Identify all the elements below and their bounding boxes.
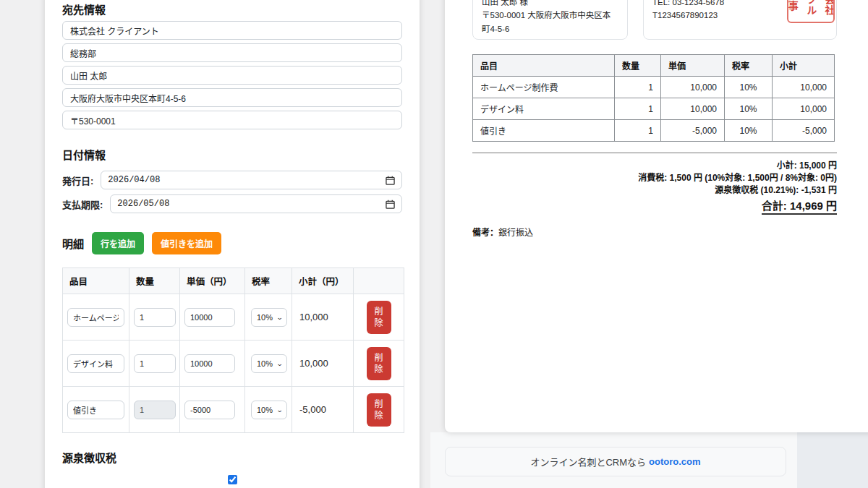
chevron-down-icon: ⌄ [276, 360, 284, 367]
tax-rate-select[interactable]: 10%⌄ [251, 354, 287, 373]
due-date-label: 支払期限: [62, 197, 103, 211]
totals-tax: 消費税: 1,500 円 (10%対象: 1,500円 / 8%対象: 0円) [472, 172, 837, 184]
totals-subtotal: 小計: 15,000 円 [472, 160, 837, 172]
recipient-postal-input[interactable] [62, 111, 402, 129]
item-name-input[interactable] [67, 354, 124, 373]
withholding-checkbox-row [62, 474, 402, 487]
col-price: 単価（円） [180, 268, 245, 294]
withholding-checkbox[interactable] [228, 475, 237, 484]
preview-issuer-box: TEL: 03-1234-5678 T1234567890123 株式会社 サン… [643, 0, 837, 40]
due-date-row: 支払期限: 2026/05/08 [62, 194, 402, 213]
preview-table-header: 品目 数量 単価 税率 小計 [473, 55, 835, 77]
preview-recipient-name: 山田 太郎 様 [482, 0, 618, 9]
item-row: 10%⌄ 10,000 削除 [63, 341, 404, 387]
totals-grand-total: 合計: 14,969 円 [762, 200, 837, 215]
items-section-title: 明細 [62, 236, 84, 251]
issue-date-row: 発行日: 2026/04/08 [62, 171, 402, 189]
totals-withholding: 源泉徴収税 (10.21%): -1,531 円 [472, 184, 837, 197]
tax-rate-select[interactable]: 10%⌄ [251, 401, 287, 419]
issue-date-label: 発行日: [62, 174, 93, 187]
discount-row: 10%⌄ -5,000 削除 [63, 387, 404, 433]
recipient-address-input[interactable] [62, 88, 402, 107]
row-subtotal: -5,000 [292, 387, 354, 433]
calendar-icon[interactable] [386, 200, 395, 209]
remarks-value: 銀行振込 [498, 228, 533, 238]
item-price-input[interactable] [184, 354, 235, 373]
add-discount-button[interactable]: 値引きを追加 [152, 232, 221, 254]
remarks-label: 備考： [472, 228, 498, 238]
tax-rate-select[interactable]: 10%⌄ [251, 308, 287, 327]
col-tax: 税率 [245, 268, 292, 294]
company-stamp: 株式会社 サンプル 商事 [787, 0, 835, 23]
issue-date-input[interactable]: 2026/04/08 [101, 171, 402, 189]
prev-col-tax: 税率 [725, 55, 773, 77]
preview-items-table: 品目 数量 単価 税率 小計 ホームページ制作費 1 10,000 10% 10… [472, 54, 835, 142]
prev-col-qty: 数量 [615, 55, 661, 77]
item-price-input[interactable] [184, 308, 235, 327]
page-background-corner [797, 432, 868, 488]
item-price-input[interactable] [184, 401, 235, 419]
add-row-button[interactable]: 行を追加 [92, 232, 144, 254]
preview-recipient-box: 山田 太郎 様 〒530-0001 大阪府大阪市中央区本町4-5-6 [472, 0, 628, 40]
invoice-form-panel: 宛先情報 日付情報 発行日: 2026/04/08 支払期限: 2026/05/… [45, 0, 420, 488]
chevron-down-icon: ⌄ [276, 406, 284, 414]
due-date-value: 2026/05/08 [117, 199, 169, 209]
promo-text: オンライン名刺とCRMなら [530, 455, 646, 468]
preview-item-row: デザイン料 1 10,000 10% 10,000 [473, 98, 835, 120]
preview-info-row: 山田 太郎 様 〒530-0001 大阪府大阪市中央区本町4-5-6 TEL: … [472, 0, 837, 40]
items-header-row: 明細 行を追加 値引きを追加 [62, 232, 402, 254]
due-date-input[interactable]: 2026/05/08 [110, 194, 402, 213]
items-table-header: 品目 数量 単価（円） 税率 小計（円） [63, 268, 404, 294]
row-subtotal: 10,000 [292, 341, 354, 387]
totals-block: 小計: 15,000 円 消費税: 1,500 円 (10%対象: 1,500円… [472, 160, 837, 215]
item-qty-input[interactable] [134, 354, 176, 373]
promo-link[interactable]: ootoro.com [649, 456, 701, 467]
issue-date-value: 2026/04/08 [108, 175, 160, 185]
delete-row-button[interactable]: 削除 [367, 347, 391, 380]
recipient-department-input[interactable] [62, 43, 402, 62]
prev-col-item: 品目 [473, 55, 615, 77]
row-subtotal: 10,000 [292, 294, 354, 341]
col-actions [354, 268, 404, 294]
preview-item-row: ホームページ制作費 1 10,000 10% 10,000 [473, 77, 835, 98]
preview-item-row: 値引き 1 -5,000 10% -5,000 [473, 120, 835, 142]
withholding-section-title: 源泉徴収税 [62, 450, 402, 465]
col-qty: 数量 [129, 268, 180, 294]
recipient-section-title: 宛先情報 [62, 1, 402, 17]
recipient-company-input[interactable] [62, 21, 402, 40]
totals-divider [472, 153, 837, 153]
delete-row-button[interactable]: 削除 [367, 393, 391, 427]
col-item: 品目 [63, 268, 129, 294]
item-qty-input[interactable] [134, 308, 176, 327]
recipient-fields [62, 21, 402, 129]
item-name-input[interactable] [67, 308, 124, 327]
remarks-line: 備考：銀行振込 [472, 226, 837, 238]
item-name-input[interactable] [67, 401, 124, 419]
items-table: 品目 数量 単価（円） 税率 小計（円） 10%⌄ 10,000 削除 [62, 267, 404, 433]
col-subtotal: 小計（円） [292, 268, 354, 294]
prev-col-subtotal: 小計 [773, 55, 835, 77]
prev-col-price: 単価 [661, 55, 725, 77]
preview-recipient-address: 〒530-0001 大阪府大阪市中央区本町4-5-6 [482, 9, 618, 35]
date-section-title: 日付情報 [62, 147, 402, 162]
calendar-icon[interactable] [386, 176, 395, 185]
item-row: 10%⌄ 10,000 削除 [63, 294, 404, 341]
delete-row-button[interactable]: 削除 [367, 301, 391, 334]
recipient-person-input[interactable] [62, 66, 402, 85]
item-qty-input-disabled [134, 401, 176, 419]
invoice-preview-panel: 山田 太郎 様 〒530-0001 大阪府大阪市中央区本町4-5-6 TEL: … [445, 0, 868, 432]
promo-footer-bar: オンライン名刺とCRMなら ootoro.com [445, 447, 786, 476]
chevron-down-icon: ⌄ [276, 314, 284, 321]
